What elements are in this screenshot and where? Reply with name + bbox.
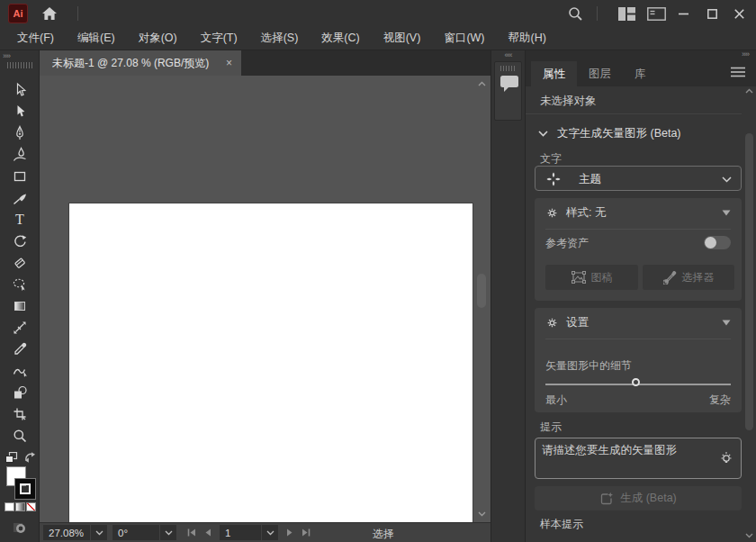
canvas[interactable]	[40, 76, 490, 522]
tool-eyedropper[interactable]	[5, 339, 34, 360]
detail-label: 矢量图形中的细节	[545, 358, 632, 374]
scroll-thumb[interactable]	[745, 133, 753, 430]
maximize-button[interactable]	[698, 1, 725, 26]
minimize-button[interactable]	[670, 1, 697, 26]
zoom-level-dropdown-icon[interactable]	[91, 525, 107, 540]
tool-selection[interactable]	[5, 79, 34, 101]
canvas-vertical-scrollbar[interactable]	[475, 77, 488, 520]
panel-header: »»	[526, 50, 756, 61]
triangle-down-icon[interactable]	[722, 320, 731, 326]
reference-asset-toggle[interactable]	[704, 236, 731, 249]
menu-select[interactable]: 选择(S)	[249, 27, 310, 50]
scroll-down-icon[interactable]	[478, 511, 486, 517]
no-selection-label: 未选择对象	[540, 94, 597, 109]
menu-type[interactable]: 文字(T)	[189, 27, 249, 50]
tool-width[interactable]	[5, 317, 34, 339]
tool-direct-selection[interactable]	[5, 101, 34, 122]
divider	[545, 229, 731, 230]
scroll-up-icon[interactable]	[745, 88, 753, 94]
tab-properties[interactable]: 属性	[531, 61, 577, 86]
subject-select[interactable]: 主题	[535, 166, 742, 191]
menu-help[interactable]: 帮助(H)	[497, 27, 558, 50]
rotation-dropdown-icon[interactable]	[160, 525, 176, 540]
menu-window[interactable]: 窗口(W)	[432, 27, 496, 50]
search-icon[interactable]	[565, 5, 585, 23]
tool-shape-builder[interactable]	[5, 382, 34, 403]
lightbulb-icon[interactable]	[719, 451, 734, 467]
tool-eraser[interactable]	[5, 252, 34, 274]
tab-layers[interactable]: 图层	[577, 61, 623, 86]
tool-shaper[interactable]	[5, 360, 34, 382]
menu-file[interactable]: 文件(F)	[5, 27, 66, 50]
drawing-modes-button[interactable]	[11, 520, 29, 537]
generate-button[interactable]: 生成 (Beta)	[535, 486, 742, 510]
comments-panel-tile[interactable]	[494, 61, 522, 121]
gear-icon	[545, 206, 559, 220]
rotation-field[interactable]: 0°	[112, 525, 159, 540]
title-bar: Ai	[0, 0, 756, 27]
default-fill-stroke-icon[interactable]	[5, 452, 18, 464]
prompt-input-wrapper	[535, 438, 742, 479]
collapsed-panel-strip: ««	[490, 50, 525, 542]
settings-header[interactable]: 设置	[545, 315, 589, 330]
menu-view[interactable]: 视图(V)	[372, 27, 433, 50]
expand-panels-icon[interactable]: ««	[491, 50, 525, 59]
next-artboard-icon[interactable]	[282, 525, 298, 540]
text-to-vector-section-header[interactable]: 文字生成矢量图形 (Beta)	[538, 126, 681, 141]
detail-slider-knob[interactable]	[632, 378, 640, 386]
close-tab-icon[interactable]: ×	[226, 57, 232, 69]
artboard[interactable]	[69, 203, 472, 522]
previous-artboard-icon[interactable]	[200, 525, 216, 540]
arrange-documents-icon[interactable]	[644, 5, 668, 22]
comment-bubble-icon[interactable]	[500, 75, 519, 93]
text-label: 文字	[540, 151, 562, 167]
document-tab[interactable]: 未标题-1 @ 27.08 % (RGB/预览) ×	[40, 50, 241, 76]
gradient-fill-button[interactable]	[15, 502, 25, 511]
tool-pen[interactable]	[5, 122, 34, 144]
status-bar: 27.08% 0° 1 选择	[40, 522, 490, 542]
tool-rotate[interactable]	[5, 230, 34, 252]
tool-gradient[interactable]	[5, 295, 34, 317]
generate-icon	[599, 492, 614, 506]
style-header[interactable]: 样式: 无	[545, 205, 606, 221]
first-artboard-icon[interactable]	[184, 525, 200, 540]
artwork-icon	[572, 271, 586, 284]
menu-object[interactable]: 对象(O)	[127, 27, 189, 50]
tool-paintbrush[interactable]	[5, 187, 34, 209]
triangle-down-icon[interactable]	[722, 210, 731, 216]
tool-lasso[interactable]	[5, 274, 34, 295]
tools-expand-icon[interactable]: »»	[3, 51, 10, 60]
last-artboard-icon[interactable]	[298, 525, 314, 540]
prompt-input[interactable]	[536, 438, 741, 478]
panel-scrollbar[interactable]	[743, 86, 755, 540]
tool-type[interactable]: T	[5, 209, 34, 230]
menu-edit[interactable]: 编辑(E)	[66, 27, 127, 50]
panel-tab-bar: 属性 图层 库	[526, 61, 756, 86]
menu-effect[interactable]: 效果(C)	[310, 27, 371, 50]
tool-rectangle[interactable]	[5, 166, 34, 187]
none-fill-button[interactable]	[26, 502, 36, 511]
scroll-down-icon[interactable]	[745, 533, 753, 538]
artboard-number-field[interactable]: 1	[220, 525, 261, 540]
collapse-panels-icon[interactable]: »»	[742, 50, 749, 59]
zoom-level-field[interactable]: 27.08%	[43, 525, 90, 540]
close-window-icon[interactable]	[725, 1, 752, 26]
artwork-button[interactable]: 图稿	[545, 265, 638, 290]
toggle-knob	[705, 237, 716, 248]
picker-button[interactable]: 选择器	[643, 265, 734, 290]
artboard-dropdown-icon[interactable]	[262, 525, 278, 540]
panel-grip[interactable]	[500, 66, 517, 71]
swap-fill-stroke-icon[interactable]	[23, 451, 37, 464]
panel-menu-icon[interactable]	[731, 67, 745, 77]
scroll-up-icon[interactable]	[478, 81, 486, 86]
workspace-switcher-icon[interactable]	[616, 5, 637, 22]
tool-artboard[interactable]	[5, 403, 34, 425]
tool-zoom[interactable]	[5, 425, 34, 447]
color-fill-button[interactable]	[4, 502, 14, 511]
tab-libraries[interactable]: 库	[623, 61, 658, 86]
home-icon[interactable]	[40, 5, 59, 23]
tool-curvature[interactable]	[5, 144, 34, 166]
tools-grip[interactable]	[7, 62, 32, 68]
stroke-color-swatch[interactable]	[15, 479, 35, 499]
scroll-thumb[interactable]	[477, 274, 486, 308]
